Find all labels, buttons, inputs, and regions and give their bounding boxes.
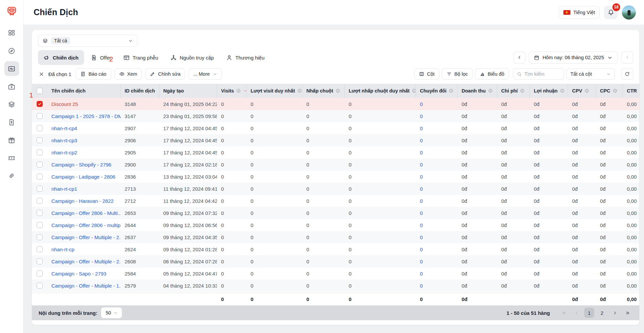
date-prev-button[interactable] xyxy=(513,51,525,64)
row-checkbox[interactable] xyxy=(37,283,43,289)
conversions-link[interactable]: 0 xyxy=(420,125,423,131)
conversions-link[interactable]: 0 xyxy=(420,259,423,264)
sidebar-item-link[interactable] xyxy=(4,168,19,183)
conversions-link[interactable]: 0 xyxy=(420,162,423,168)
column-header-doanh-thu[interactable]: Doanh thu xyxy=(458,84,497,98)
tab-thương-hiệu[interactable]: Thương hiệu xyxy=(221,50,270,65)
row-checkbox[interactable] xyxy=(37,198,43,204)
campaign-name-link[interactable]: Campaign - Sapo - 2793 xyxy=(51,271,106,276)
sidebar-item-briefcase[interactable] xyxy=(4,79,19,94)
column-header-nh-p-chu-t[interactable]: Nhấp chuột xyxy=(302,84,345,98)
control-button-b-l-c[interactable]: Bộ lọc xyxy=(442,68,473,80)
conversions-link[interactable]: 0 xyxy=(420,198,423,204)
date-range-button[interactable]: Hôm nay: 06 tháng 02, 2025 xyxy=(529,51,618,64)
action-button-ch-nh-s-a[interactable]: Chỉnh sửa xyxy=(145,68,185,80)
row-checkbox[interactable] xyxy=(37,161,43,168)
column-header-l-t-nh-p-chu-t-duy-nh-t[interactable]: Lượt nhấp chuột duy nhất xyxy=(345,84,416,98)
column-header-cpc[interactable]: CPC xyxy=(596,84,623,98)
next-page-button[interactable] xyxy=(610,308,620,318)
conversions-link[interactable]: 0 xyxy=(420,113,423,119)
campaign-name-link[interactable]: Campaign - Offer - Multiple - 1... xyxy=(51,283,121,289)
first-page-button[interactable] xyxy=(559,308,569,318)
conversions-link[interactable]: 0 xyxy=(420,101,423,107)
row-checkbox[interactable] xyxy=(37,270,43,276)
control-button-bi-u-[interactable]: Biểu đồ xyxy=(475,68,509,80)
campaign-name-link[interactable]: Campaign - Shopify - 2796 xyxy=(51,162,111,168)
row-checkbox[interactable] xyxy=(37,222,43,228)
clear-selection-button[interactable] xyxy=(38,71,45,78)
column-header-cpv[interactable]: CPV xyxy=(568,84,596,98)
action-button-xem[interactable]: Xem xyxy=(115,68,142,80)
row-checkbox[interactable] xyxy=(37,234,43,240)
per-page-select[interactable]: 50 xyxy=(101,307,122,318)
sidebar-item-compass[interactable] xyxy=(4,43,19,58)
conversions-link[interactable]: 0 xyxy=(420,271,423,276)
campaign-name-link[interactable]: nhan-rt-cp4 xyxy=(51,125,77,131)
campaign-name-link[interactable]: Campaign - Haravan - 2822 xyxy=(51,198,114,204)
campaign-name-link[interactable]: Campaign 1 - 2025 - 2978 - DMR xyxy=(51,113,121,119)
column-header-chuy-n-i[interactable]: Chuyển đổi xyxy=(416,84,458,98)
column-header-t-n-chi-n-d-ch[interactable]: Tên chiến dịch xyxy=(47,84,121,98)
last-page-button[interactable] xyxy=(622,308,633,318)
sidebar-item-invoice[interactable] xyxy=(4,115,19,130)
row-checkbox[interactable] xyxy=(37,210,43,216)
page-button-1[interactable]: 1 xyxy=(584,308,594,318)
campaign-name-link[interactable]: nhan-rt-cp xyxy=(51,247,74,252)
tab-nguồn-truy-cập[interactable]: Nguồn truy cập xyxy=(165,50,219,65)
date-next-button[interactable] xyxy=(621,51,633,64)
user-avatar[interactable] xyxy=(622,5,636,20)
row-checkbox[interactable] xyxy=(37,246,43,252)
conversions-link[interactable]: 0 xyxy=(420,247,423,252)
conversions-link[interactable]: 0 xyxy=(420,234,423,240)
column-header-ng-y-t-o[interactable]: Ngày tạo xyxy=(159,84,217,98)
sidebar-item-gift[interactable] xyxy=(4,133,19,147)
row-checkbox[interactable] xyxy=(37,113,43,119)
app-logo-robot-icon[interactable] xyxy=(6,5,17,17)
campaign-name-link[interactable]: nhan-rt-cp2 xyxy=(51,150,77,155)
campaign-name-link[interactable]: Campaign - Offer 2806 - Multi... xyxy=(51,210,121,216)
row-checkbox[interactable] xyxy=(37,174,43,180)
campaign-name-link[interactable]: Campaign - Ladipage - 2806 xyxy=(51,174,115,180)
page-button-2[interactable]: 2 xyxy=(597,308,607,318)
campaign-name-link[interactable]: Discount 25 xyxy=(51,101,78,107)
sidebar-item-layers[interactable] xyxy=(4,97,19,112)
search-input[interactable] xyxy=(524,71,560,77)
column-header-chi-ph-[interactable]: Chi phí xyxy=(497,84,530,98)
row-checkbox[interactable] xyxy=(37,149,43,155)
conversions-link[interactable]: 0 xyxy=(420,283,423,289)
scope-select[interactable]: Tất cả xyxy=(38,35,137,47)
row-checkbox[interactable] xyxy=(37,125,43,131)
sidebar-item-campaign[interactable] xyxy=(4,61,19,76)
column-header-visits[interactable]: Visits xyxy=(217,84,247,98)
control-button-c-t[interactable]: Cột xyxy=(414,68,439,80)
campaign-name-link[interactable]: Campaign - Offer - Multiple - 2... xyxy=(51,234,121,240)
select-all-checkbox[interactable] xyxy=(37,88,43,94)
column-header-l-i-nhu-n[interactable]: Lợi nhuận xyxy=(530,84,568,98)
sidebar-item-ticket[interactable] xyxy=(4,150,19,165)
conversions-link[interactable]: 0 xyxy=(420,174,423,180)
conversions-link[interactable]: 0 xyxy=(420,150,423,155)
language-button[interactable]: ★ Tiếng Việt xyxy=(559,6,600,19)
row-checkbox[interactable] xyxy=(37,137,43,143)
campaign-name-link[interactable]: Campaign - Offer - Multiple - 2... xyxy=(51,259,121,264)
columns-scope-select[interactable]: Tất cả cột xyxy=(566,68,615,80)
column-header-l-t-visit-duy-nh-t[interactable]: Lượt visit duy nhất xyxy=(247,84,302,98)
row-checkbox[interactable] xyxy=(37,258,43,264)
prev-page-button[interactable] xyxy=(571,308,582,318)
conversions-link[interactable]: 0 xyxy=(420,186,423,192)
refresh-button[interactable] xyxy=(621,68,633,80)
action-button--more[interactable]: ... More xyxy=(188,68,221,80)
sidebar-item-grid[interactable] xyxy=(4,26,19,40)
conversions-link[interactable]: 0 xyxy=(420,222,423,228)
column-header-ctr[interactable]: CTR xyxy=(623,84,639,98)
action-button-b-o-c-o[interactable]: Báo cáo xyxy=(76,68,111,80)
tab-trang-phễu[interactable]: Trang phễu xyxy=(118,50,164,65)
row-checkbox[interactable] xyxy=(37,186,43,192)
conversions-link[interactable]: 0 xyxy=(420,210,423,216)
campaign-name-link[interactable]: nhan-rt-cp1 xyxy=(51,186,77,192)
row-checkbox[interactable] xyxy=(37,101,43,107)
campaign-name-link[interactable]: Campaign - Offer 2806 - multip... xyxy=(51,222,121,228)
conversions-link[interactable]: 0 xyxy=(420,138,423,143)
campaign-name-link[interactable]: nhan-rt-cp3 xyxy=(51,138,77,143)
tab-chiến-dịch[interactable]: Chiến dịch xyxy=(38,50,84,65)
